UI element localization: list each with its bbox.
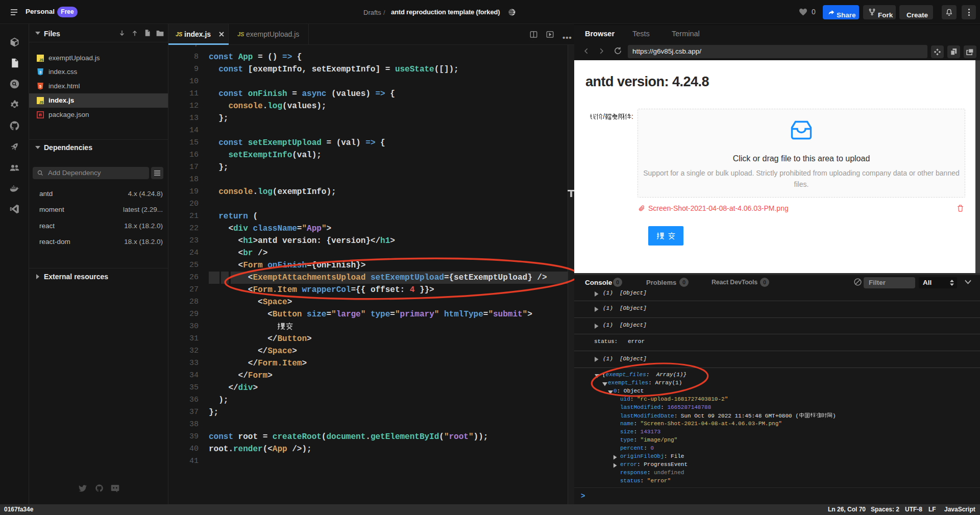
svg-text:5: 5: [39, 84, 42, 89]
svg-text:JS: JS: [39, 58, 44, 62]
svg-text:JS: JS: [39, 101, 44, 104]
svg-text:3: 3: [39, 70, 42, 75]
